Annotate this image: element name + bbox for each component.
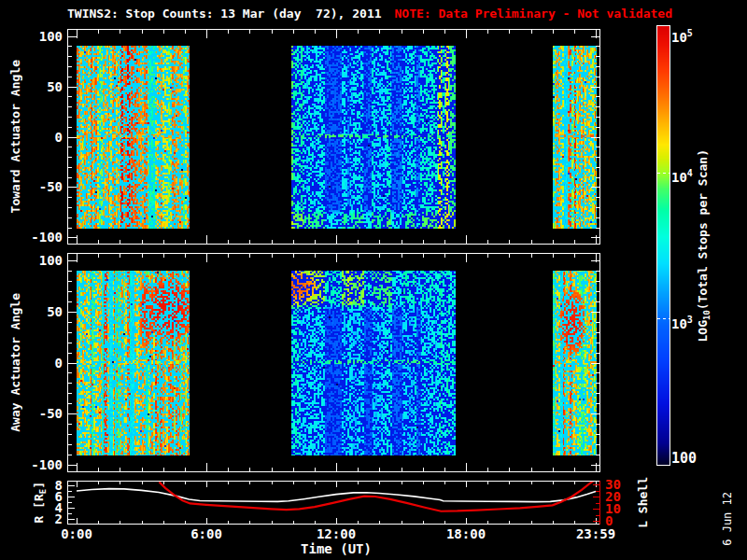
toward-spectrogram-panel bbox=[67, 29, 600, 245]
xtick-label-12:00: 12:00 bbox=[317, 526, 356, 541]
ytick-label-toward--100: -100 bbox=[0, 230, 63, 245]
ytick-label-toward-0: 0 bbox=[0, 130, 63, 145]
colorbar-tick-exp: 5 bbox=[687, 28, 693, 38]
ytick-label-toward-100: 100 bbox=[0, 29, 63, 44]
colorbar-title-post: (Total Stops per Scan) bbox=[696, 149, 710, 310]
colorbar-tick-base: 10 bbox=[671, 170, 687, 185]
colorbar-title-wrap: LOG10(Total Stops per Scan) bbox=[693, 26, 713, 465]
colorbar-tick-exp: 3 bbox=[687, 315, 693, 325]
colorbar-tick-base: 10 bbox=[671, 316, 687, 331]
away-spectrogram-panel bbox=[67, 253, 600, 472]
date-stamp: 6 Jun 12 bbox=[721, 492, 734, 546]
colorbar-title-pre: LOG bbox=[696, 320, 710, 342]
xtick-label-6:00: 6:00 bbox=[190, 526, 222, 541]
lshell-axis-title: L Shell bbox=[636, 477, 650, 528]
xtick-label-18:00: 18:00 bbox=[446, 526, 486, 541]
colorbar-title: LOG10(Total Stops per Scan) bbox=[696, 149, 712, 343]
xtick-label-0:00: 0:00 bbox=[61, 526, 92, 541]
lshell-axis-title-wrap: L Shell bbox=[633, 474, 652, 530]
colorbar-tick-10e5: 105 bbox=[671, 26, 693, 45]
date-stamp-wrap: 6 Jun 12 bbox=[719, 483, 736, 554]
plot-title: TWINS2: Stop Counts: 13 Mar (day 72), 20… bbox=[67, 7, 382, 21]
colorbar-frame bbox=[656, 25, 670, 466]
colorbar-tick-base: 10 bbox=[671, 30, 687, 45]
xtick-label-23:59: 23:59 bbox=[576, 526, 615, 541]
rtick-label-2: 2 bbox=[0, 511, 63, 526]
colorbar-tick-100: 100 bbox=[671, 451, 697, 466]
ytick-label-toward-50: 50 bbox=[0, 79, 63, 94]
preliminary-note: NOTE: Data Preliminary - Not validated bbox=[395, 7, 672, 21]
ytick-label-away--100: -100 bbox=[0, 457, 63, 472]
plot-stage: TWINS2: Stop Counts: 13 Mar (day 72), 20… bbox=[0, 0, 747, 560]
ytick-label-away-100: 100 bbox=[0, 253, 63, 268]
ytick-label-away-50: 50 bbox=[0, 304, 63, 319]
colorbar-gradient bbox=[657, 26, 669, 465]
ytick-label-away--50: -50 bbox=[0, 406, 63, 421]
orbit-lshell-line-panel bbox=[67, 481, 600, 525]
colorbar-tick-10e3: 103 bbox=[671, 313, 693, 331]
time-axis-title: Time (UT) bbox=[301, 541, 372, 556]
colorbar-tick-10e4: 104 bbox=[671, 167, 693, 186]
colorbar-title-sub: 10 bbox=[701, 310, 711, 320]
title-row: TWINS2: Stop Counts: 13 Mar (day 72), 20… bbox=[67, 7, 672, 21]
ytick-label-toward--50: -50 bbox=[0, 179, 63, 194]
colorbar-tick-exp: 4 bbox=[687, 169, 693, 179]
ytick-label-away-0: 0 bbox=[0, 356, 63, 371]
